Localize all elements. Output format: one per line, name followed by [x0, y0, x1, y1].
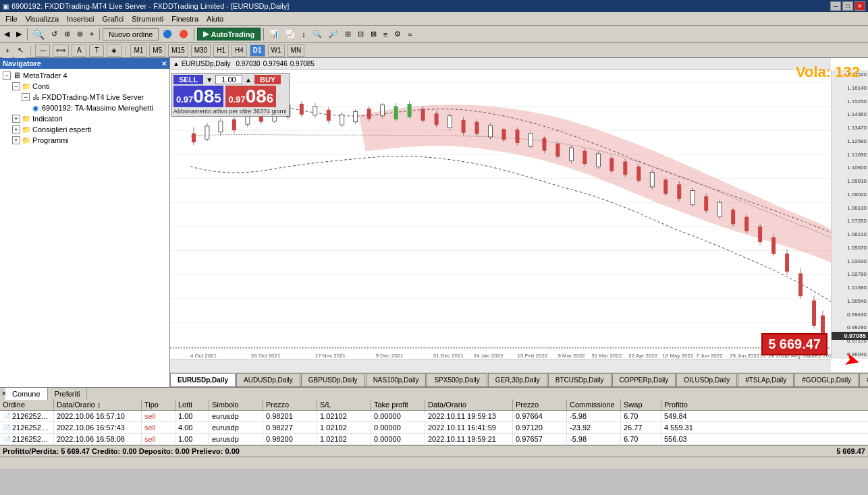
nav-conti[interactable]: − 📁 Conti: [1, 81, 168, 92]
chart-canvas[interactable]: ▲ EURUSDp,Daily 0.97030 0.97946 0.97085 …: [170, 58, 868, 372]
chart-tab-ger30p[interactable]: GER,30p,Daily: [488, 373, 547, 386]
toolbar-icon-9[interactable]: 📈: [283, 27, 298, 42]
tab-preferiti[interactable]: Preferiti: [48, 388, 88, 400]
hline-tool[interactable]: ⟺: [53, 45, 69, 57]
maximize-button[interactable]: □: [842, 1, 853, 11]
nav-expand-indicatori[interactable]: +: [12, 115, 20, 123]
toolbar-icon-17[interactable]: ⚙: [391, 27, 404, 42]
col-header-datetime2[interactable]: Data/Orario: [425, 399, 513, 410]
tf-m30[interactable]: M30: [191, 45, 211, 57]
toolbar-icon-18[interactable]: ≈: [405, 27, 414, 42]
tf-m15[interactable]: M15: [168, 45, 188, 57]
col-header-datetime[interactable]: Data/Orario ↕: [54, 399, 142, 410]
cross-tool[interactable]: +: [3, 43, 12, 58]
nav-consiglieri[interactable]: + 📁 Consiglieri esperti: [1, 124, 168, 135]
table-row[interactable]: 📄2126252911 2022.10.06 16:58:08 sell 1.0…: [0, 434, 868, 445]
sell-button[interactable]: SELL: [173, 75, 203, 84]
chart-tab-copperp[interactable]: COPPERp,Daily: [612, 373, 676, 386]
tf-m5[interactable]: M5: [149, 45, 165, 57]
menu-grafici[interactable]: Grafici: [98, 13, 128, 25]
toolbar-icon-13[interactable]: ⊞: [342, 27, 354, 42]
chart-tab-aaplp[interactable]: #AAPLp,Daily: [859, 373, 868, 386]
table-row[interactable]: 📄2126252906 2022.10.06 16:57:43 sell 4.0…: [0, 422, 868, 434]
menu-aiuto[interactable]: Aiuto: [202, 13, 227, 25]
menu-visualizza[interactable]: Visualizza: [22, 13, 63, 25]
tf-h4[interactable]: H4: [232, 45, 247, 57]
col-header-swap[interactable]: Swap: [621, 399, 661, 410]
col-header-sl[interactable]: S/L: [317, 399, 371, 410]
chart-tab-eurusdp[interactable]: EURUSDp,Daily: [170, 373, 236, 386]
text-tool[interactable]: T: [89, 45, 104, 57]
toolbar-icon-11[interactable]: 🔍: [310, 27, 325, 42]
menu-finestra[interactable]: Finestra: [167, 13, 202, 25]
lot-size-input[interactable]: [215, 75, 242, 84]
tf-d1[interactable]: D1: [250, 45, 265, 57]
toolbar-icon-2[interactable]: ↺: [49, 27, 60, 42]
col-header-comm[interactable]: Commissione: [567, 399, 621, 410]
forward-button[interactable]: ▶: [13, 27, 24, 42]
col-header-lots[interactable]: Lotti: [175, 399, 209, 410]
toolbar-icon-8[interactable]: 📊: [267, 27, 281, 42]
toolbar-icon-6[interactable]: 🔵: [160, 27, 175, 42]
tab-comune[interactable]: Comune: [5, 388, 48, 400]
menu-inserisci[interactable]: Inserisci: [63, 13, 98, 25]
col-header-price[interactable]: Prezzo: [263, 399, 317, 410]
sell-price-box[interactable]: 0.97 08 5: [173, 86, 223, 107]
nav-account[interactable]: ◉ 6900192: TA-Massimo Mereghetti: [1, 103, 168, 113]
nav-expand-consiglieri[interactable]: +: [12, 125, 20, 134]
auto-trading-button[interactable]: ▶ AutoTrading: [197, 28, 261, 40]
nav-expand-programmi[interactable]: +: [12, 136, 20, 144]
buy-button[interactable]: BUY: [254, 75, 281, 84]
col-header-profit[interactable]: Profitto: [661, 399, 868, 410]
chart-tab-googlp[interactable]: #GOOGLp,Daily: [794, 373, 859, 386]
toolbar-icon-15[interactable]: ⊠: [368, 27, 379, 42]
table-row[interactable]: 📄2126252902 2022.10.06 16:57:10 sell 1.0…: [0, 411, 868, 422]
new-order-button[interactable]: Nuovo ordine: [103, 28, 159, 40]
toolbar-icon-4[interactable]: ⊕: [74, 27, 86, 42]
tf-mn[interactable]: MN: [288, 45, 305, 57]
toolbar-icon-12[interactable]: 🔎: [326, 27, 341, 42]
toolbar-icon-14[interactable]: ⊟: [355, 27, 367, 42]
cell-datetime: 2022.10.06 16:57:10: [54, 411, 142, 421]
col-header-tp[interactable]: Take profit: [371, 399, 425, 410]
back-button[interactable]: ◀: [1, 27, 12, 42]
navigator-close[interactable]: ✕: [161, 60, 167, 67]
chart-tab-oilusdp[interactable]: OILUSDp,Daily: [676, 373, 737, 386]
toolbar-icon-10[interactable]: ↕: [299, 27, 308, 42]
chart-tab-spx500p[interactable]: SPX500p,Daily: [427, 373, 487, 386]
chart-tab-gbpusdp[interactable]: GBPUSDp,Daily: [301, 373, 365, 386]
chart-tab-tslap[interactable]: #TSLAp,Daily: [738, 373, 794, 386]
chart-tab-audusdp[interactable]: AUDUSDp,Daily: [236, 373, 300, 386]
tf-w1[interactable]: W1: [268, 45, 285, 57]
nav-expand-conti[interactable]: −: [12, 82, 20, 90]
fib-tool[interactable]: ◈: [107, 45, 121, 57]
nav-expand-fxdd[interactable]: −: [22, 93, 30, 101]
toolbar-icon-7[interactable]: 🔴: [176, 27, 191, 42]
close-button[interactable]: ✕: [855, 1, 865, 11]
nav-fxdd-server[interactable]: − 🖧 FXDDTrading-MT4 Live Server: [1, 92, 168, 103]
nav-programmi[interactable]: + 📁 Programmi: [1, 135, 168, 146]
menu-file[interactable]: File: [1, 13, 22, 25]
col-header-order[interactable]: Ordine: [0, 399, 54, 410]
nav-expand-root[interactable]: −: [3, 71, 11, 80]
col-header-price2[interactable]: Prezzo: [513, 399, 567, 410]
chart-tab-nas100p[interactable]: NAS100p,Daily: [366, 373, 427, 386]
toolbar-icon-5[interactable]: ⌖: [87, 27, 97, 42]
nav-indicatori[interactable]: + 📁 Indicatori: [1, 113, 168, 124]
toolbar-icon-16[interactable]: ≡: [381, 27, 390, 42]
minimize-button[interactable]: ─: [830, 1, 841, 11]
panel-close[interactable]: ✕: [0, 390, 5, 397]
toolbar-icon-1[interactable]: 🔍: [30, 27, 47, 42]
arrow-tool[interactable]: ↖: [15, 43, 26, 58]
chart-tab-btcusdp[interactable]: BTCUSDp,Daily: [548, 373, 612, 386]
col-header-symbol[interactable]: Simbolo: [209, 399, 263, 410]
nav-metatrader4[interactable]: − 🖥 MetaTrader 4: [1, 70, 168, 81]
buy-price-box[interactable]: 0.97 08 6: [225, 86, 275, 107]
col-header-type[interactable]: Tipo: [142, 399, 175, 410]
line-tool[interactable]: —: [35, 45, 50, 57]
tf-m1[interactable]: M1: [130, 45, 146, 57]
channel-tool[interactable]: A: [72, 45, 86, 57]
tf-h1[interactable]: H1: [213, 45, 229, 57]
toolbar-icon-3[interactable]: ⊕: [61, 27, 73, 42]
menu-strumenti[interactable]: Strumenti: [128, 13, 167, 25]
